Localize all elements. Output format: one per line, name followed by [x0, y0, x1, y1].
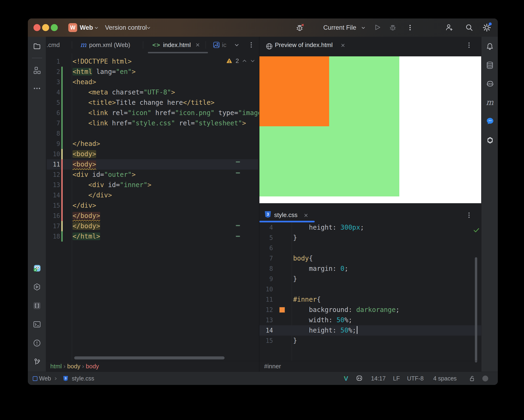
kebab-icon[interactable]	[247, 41, 255, 49]
tab-preview[interactable]: Preview of index.html	[275, 37, 333, 53]
status-file[interactable]: style.css	[72, 372, 94, 385]
chevron-down-icon[interactable]	[234, 43, 240, 47]
database-icon[interactable]	[486, 61, 494, 69]
right-pane: Preview of index.html 3 style.css 4 heig…	[259, 37, 481, 372]
code-line: <html lang="en">	[72, 67, 136, 77]
gutter-change-bar	[61, 149, 63, 159]
kebab-icon[interactable]	[465, 41, 473, 49]
color-swatch[interactable]	[279, 307, 285, 313]
lock-open-icon[interactable]	[469, 375, 476, 382]
close-icon[interactable]	[195, 42, 200, 47]
gutter-change-bar	[61, 180, 63, 190]
line-number: 4	[261, 223, 273, 233]
status-project[interactable]: Web	[39, 372, 51, 385]
bell-icon[interactable]	[486, 43, 494, 51]
structure-icon[interactable]	[33, 66, 41, 74]
change-mark[interactable]	[236, 172, 240, 173]
gutter-change-bar	[61, 67, 63, 77]
zoom-window-button[interactable]	[51, 24, 58, 31]
gutter-change-bar	[61, 129, 63, 139]
line-number: 18	[46, 231, 60, 241]
file-encoding[interactable]: UTF-8	[407, 372, 424, 385]
code-line: </div>	[72, 200, 96, 211]
git-branch-icon[interactable]	[33, 358, 41, 366]
tab-pom[interactable]: pom.xml (Web)	[89, 37, 130, 53]
inspection-widget[interactable]: 2	[226, 57, 255, 65]
horizontal-scrollbar[interactable]	[74, 356, 225, 360]
breadcrumb[interactable]: #inner	[264, 361, 281, 372]
more-icon[interactable]	[33, 85, 41, 92]
globe-icon	[265, 43, 273, 50]
breadcrumb-item[interactable]: body	[86, 363, 99, 370]
debug-icon[interactable]	[389, 23, 397, 32]
terminal-icon[interactable]	[33, 320, 41, 328]
current-line-highlight	[259, 325, 481, 335]
gopher-plugin-icon[interactable]	[33, 264, 41, 272]
chevron-down-icon	[94, 26, 99, 29]
code-line: height: 50%;	[293, 325, 358, 335]
kebab-icon[interactable]	[465, 211, 473, 219]
brackets-icon[interactable]	[33, 302, 41, 310]
add-user-icon[interactable]	[445, 23, 454, 32]
active-tab-indicator	[259, 221, 315, 223]
kebab-icon[interactable]	[406, 24, 415, 32]
play-icon[interactable]	[373, 23, 382, 32]
vcs-menu[interactable]: Version control	[105, 18, 147, 37]
line-number: 2	[46, 67, 60, 77]
breadcrumb-item[interactable]: html	[50, 363, 62, 370]
right-tool-stripe: m	[481, 37, 498, 372]
html-editor-pane[interactable]: .cmd m pom.xml (Web) <> index.html ic 1<…	[46, 37, 259, 372]
vertical-scrollbar[interactable]	[475, 257, 477, 362]
gear-icon[interactable]	[483, 23, 491, 32]
warning-count: 2	[236, 57, 239, 65]
gutter-change-bar	[61, 77, 63, 87]
code-line: #inner{	[293, 294, 321, 305]
close-icon[interactable]	[340, 43, 346, 48]
tab-index-html[interactable]: index.html	[163, 37, 191, 53]
code-line: </html>	[72, 231, 100, 241]
copilot-status-icon[interactable]	[355, 375, 363, 383]
breadcrumb-item[interactable]: body	[67, 363, 80, 370]
tab-icon-png[interactable]: ic	[222, 37, 227, 53]
chat-icon[interactable]	[486, 117, 494, 125]
tab-strip-scrollbar[interactable]	[148, 52, 208, 53]
change-mark[interactable]	[236, 236, 240, 237]
copilot-icon[interactable]	[486, 80, 494, 88]
minimize-window-button[interactable]	[42, 24, 49, 31]
line-number: 17	[46, 221, 60, 231]
chevron-up-icon[interactable]	[242, 59, 247, 63]
check-icon[interactable]	[473, 227, 480, 234]
html-tag-icon: <>	[152, 41, 160, 48]
caret-position[interactable]: 14:17	[371, 372, 386, 385]
problems-icon[interactable]	[33, 339, 41, 347]
close-icon[interactable]	[303, 213, 309, 218]
search-icon[interactable]	[465, 23, 473, 32]
line-number: 14	[261, 325, 273, 335]
divider	[32, 58, 42, 58]
tab-cmd[interactable]: .cmd	[47, 37, 60, 53]
vcs-widget-icon[interactable]: V	[342, 375, 349, 382]
line-number: 6	[261, 243, 273, 253]
line-separator[interactable]: LF	[393, 372, 400, 385]
folder-icon[interactable]	[33, 42, 41, 50]
breadcrumb[interactable]: html › body › body	[50, 361, 99, 372]
indent-setting[interactable]: 4 spaces	[433, 372, 457, 385]
notification-dot	[489, 22, 492, 26]
bug-disconnect-icon[interactable]	[296, 23, 304, 32]
status-indicator[interactable]	[482, 376, 488, 381]
run-config-selector[interactable]: Current File	[323, 18, 356, 37]
project-menu[interactable]: Web	[80, 18, 93, 37]
openai-icon[interactable]	[486, 136, 494, 144]
code-line: }	[293, 274, 297, 284]
services-icon[interactable]	[33, 283, 41, 291]
change-mark[interactable]	[236, 225, 240, 226]
change-mark[interactable]	[236, 161, 240, 163]
chevron-down-icon[interactable]	[250, 59, 255, 63]
maven-icon[interactable]: m	[486, 98, 494, 106]
code-line: width: 50%;	[293, 315, 352, 325]
gutter-change-bar	[61, 139, 63, 149]
line-number: 13	[261, 315, 273, 325]
close-window-button[interactable]	[34, 24, 41, 31]
code-line: margin: 0;	[293, 264, 348, 274]
project-icon: W	[68, 23, 77, 32]
